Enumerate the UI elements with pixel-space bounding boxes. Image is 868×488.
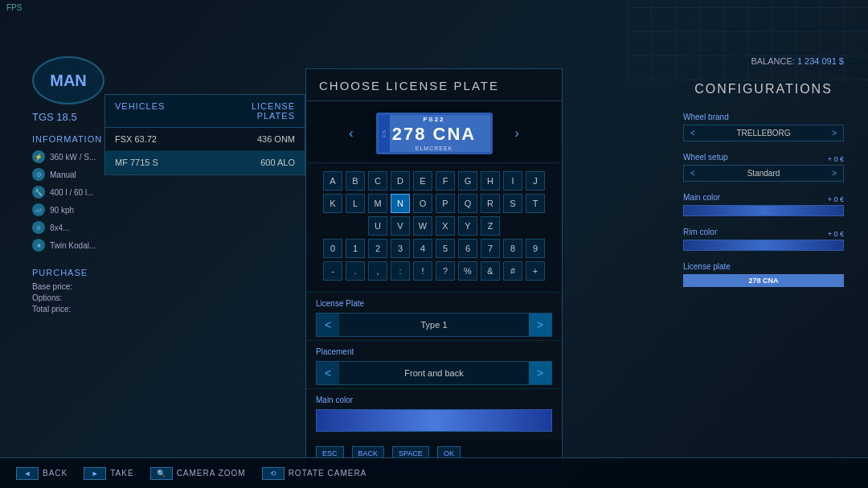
key-T[interactable]: T bbox=[526, 194, 545, 213]
wheel-setup-selector[interactable]: < Standard > bbox=[683, 165, 844, 182]
key-L[interactable]: L bbox=[346, 194, 365, 213]
key-V[interactable]: V bbox=[391, 216, 410, 236]
vehicle-name-1: FSX 63.72 bbox=[115, 134, 257, 144]
wheel-setup-left-arrow[interactable]: < bbox=[690, 169, 695, 178]
bottom-back-label: BACK bbox=[43, 469, 68, 478]
license-plate-preview[interactable]: 278 CNA bbox=[683, 274, 844, 287]
key-D[interactable]: D bbox=[391, 171, 410, 191]
key-6[interactable]: 6 bbox=[458, 239, 477, 258]
key-S[interactable]: S bbox=[503, 194, 522, 213]
key-B[interactable]: B bbox=[346, 171, 365, 191]
key-1[interactable]: 1 bbox=[346, 239, 365, 258]
placement-selector: < Front and back > bbox=[316, 361, 552, 385]
config-title: CONFIGURATIONS bbox=[683, 82, 844, 96]
wheel-brand-value: TRELLEBORG bbox=[736, 129, 790, 137]
key-A[interactable]: A bbox=[323, 171, 342, 191]
key-M[interactable]: M bbox=[368, 194, 387, 213]
fuel-icon: 🔧 bbox=[32, 186, 45, 199]
key-comma[interactable]: , bbox=[368, 261, 387, 281]
balance-amount: 1 234 091 $ bbox=[797, 56, 844, 66]
bottom-take-key: ► bbox=[84, 467, 106, 480]
spec-axle: 8x4... bbox=[50, 223, 69, 232]
spec-speed: 90 kph bbox=[50, 206, 74, 215]
modal-title: CHOOSE LICENSE PLATE bbox=[306, 69, 562, 101]
wheel-brand-left-arrow[interactable]: < bbox=[690, 129, 695, 137]
key-C[interactable]: C bbox=[368, 171, 387, 191]
key-2[interactable]: 2 bbox=[368, 239, 387, 258]
key-I[interactable]: I bbox=[503, 171, 522, 191]
plate-next-button[interactable]: › bbox=[509, 123, 526, 144]
plate-prev-button[interactable]: ‹ bbox=[342, 123, 359, 144]
wheel-brand-section: Wheel brand < TRELLEBORG > bbox=[683, 113, 844, 141]
right-panel: BALANCE: 1 234 091 $ CONFIGURATIONS Whee… bbox=[683, 56, 844, 298]
key-3[interactable]: 3 bbox=[391, 239, 410, 258]
bottom-zoom-label: CAMERA ZOOM bbox=[177, 469, 246, 478]
key-O[interactable]: O bbox=[413, 194, 432, 213]
plate-type-prev[interactable]: < bbox=[317, 314, 339, 336]
purchase-label: PURCHASE bbox=[32, 268, 145, 277]
wheel-brand-right-arrow[interactable]: > bbox=[832, 129, 837, 137]
key-P[interactable]: P bbox=[436, 194, 455, 213]
key-ampersand[interactable]: & bbox=[481, 261, 500, 281]
key-Q[interactable]: Q bbox=[458, 194, 477, 213]
key-dash[interactable]: - bbox=[323, 261, 342, 281]
key-8[interactable]: 8 bbox=[503, 239, 522, 258]
key-7[interactable]: 7 bbox=[481, 239, 500, 258]
spec-row-6: ★ Twin Kodal... bbox=[32, 239, 145, 252]
plate-type-row: License Plate < Type 1 > bbox=[306, 293, 562, 341]
wheel-setup-right-arrow[interactable]: > bbox=[832, 169, 837, 178]
license-plate-section: License plate 278 CNA bbox=[683, 262, 844, 287]
main-color-label: Main color bbox=[683, 193, 720, 202]
key-5[interactable]: 5 bbox=[436, 239, 455, 258]
bottom-zoom-btn[interactable]: 🔍 CAMERA ZOOM bbox=[150, 467, 246, 480]
key-0[interactable]: 0 bbox=[323, 239, 342, 258]
bottom-back-btn[interactable]: ◄ BACK bbox=[16, 467, 68, 480]
key-question[interactable]: ? bbox=[436, 261, 455, 281]
vehicle-row-2[interactable]: MF 7715 S 600 ALO bbox=[105, 151, 305, 174]
key-N[interactable]: N bbox=[391, 194, 410, 213]
key-Y[interactable]: Y bbox=[458, 216, 477, 236]
key-colon[interactable]: : bbox=[391, 261, 410, 281]
main-color-section: Main color + 0 € bbox=[683, 193, 844, 216]
key-period[interactable]: . bbox=[346, 261, 365, 281]
main-color-bar[interactable] bbox=[683, 205, 844, 216]
rim-color-bar[interactable] bbox=[683, 240, 844, 251]
key-E[interactable]: E bbox=[413, 171, 432, 191]
key-X[interactable]: X bbox=[436, 216, 455, 236]
key-R[interactable]: R bbox=[481, 194, 500, 213]
key-H[interactable]: H bbox=[481, 171, 500, 191]
wheel-brand-selector[interactable]: < TRELLEBORG > bbox=[683, 125, 844, 141]
plate-stripe-text: FS bbox=[382, 129, 387, 137]
col-vehicles: VEHICLES bbox=[105, 95, 205, 127]
key-F[interactable]: F bbox=[436, 171, 455, 191]
vehicle-name-2: MF 7715 S bbox=[115, 158, 260, 167]
main-color-display[interactable] bbox=[316, 409, 552, 432]
plate-type-value: Type 1 bbox=[339, 315, 529, 334]
rim-color-price: + 0 € bbox=[828, 230, 844, 238]
balance-row: BALANCE: 1 234 091 $ bbox=[683, 56, 844, 66]
bottom-take-btn[interactable]: ► TAKE bbox=[84, 467, 133, 480]
speed-icon: 🏎 bbox=[32, 203, 45, 216]
key-J[interactable]: J bbox=[526, 171, 545, 191]
key-U[interactable]: U bbox=[368, 216, 387, 236]
key-Z[interactable]: Z bbox=[481, 216, 500, 236]
base-price-row: Base price: bbox=[32, 282, 145, 291]
plate-type-next[interactable]: > bbox=[529, 314, 551, 336]
bottom-rotate-btn[interactable]: ⟲ ROTATE CAMERA bbox=[262, 467, 367, 480]
gearbox-icon: ⚙ bbox=[32, 168, 45, 181]
placement-next[interactable]: > bbox=[529, 362, 551, 384]
key-G[interactable]: G bbox=[458, 171, 477, 191]
key-percent[interactable]: % bbox=[458, 261, 477, 281]
key-W[interactable]: W bbox=[413, 216, 432, 236]
vehicle-row-1[interactable]: FSX 63.72 436 ONM bbox=[105, 128, 305, 151]
placement-prev[interactable]: < bbox=[317, 362, 339, 384]
plate-type-label: License Plate bbox=[316, 299, 552, 308]
spec-row-4: 🏎 90 kph bbox=[32, 203, 145, 216]
key-4[interactable]: 4 bbox=[413, 239, 432, 258]
key-exclaim[interactable]: ! bbox=[413, 261, 432, 281]
key-hash[interactable]: # bbox=[503, 261, 522, 281]
key-9[interactable]: 9 bbox=[526, 239, 545, 258]
key-K[interactable]: K bbox=[323, 194, 342, 213]
key-plus[interactable]: + bbox=[526, 261, 545, 281]
rim-color-label: Rim color bbox=[683, 228, 717, 236]
